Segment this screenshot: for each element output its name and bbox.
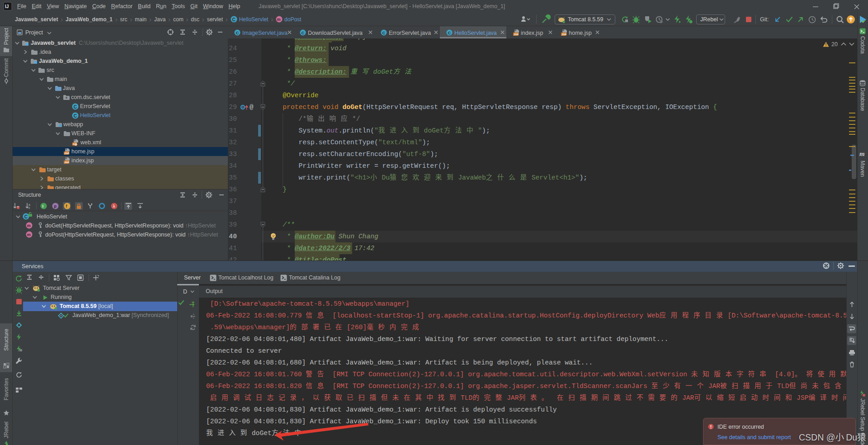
svg-text:m: m: [27, 232, 31, 237]
svg-text:m: m: [277, 17, 281, 22]
svg-text:C: C: [24, 214, 28, 219]
svg-text:z: z: [28, 206, 30, 209]
svg-text:I: I: [42, 204, 44, 208]
svg-text:a: a: [28, 203, 30, 206]
svg-text:m: m: [27, 223, 31, 228]
svg-text:C: C: [236, 30, 239, 35]
svg-text:JSP: JSP: [64, 161, 69, 164]
svg-text:C: C: [448, 30, 451, 35]
svg-text:C: C: [74, 104, 77, 109]
svg-text:C: C: [232, 17, 235, 22]
svg-text:JSP: JSP: [64, 152, 69, 155]
svg-text:λ: λ: [113, 204, 115, 208]
svg-text:<◎: <◎: [73, 142, 78, 146]
svg-text:JSP: JSP: [514, 33, 519, 36]
svg-text:C: C: [302, 30, 305, 35]
svg-text:C: C: [382, 30, 386, 35]
svg-text:JSP: JSP: [561, 33, 566, 36]
svg-text:p: p: [54, 204, 57, 208]
svg-text:C: C: [74, 114, 77, 118]
svg-text:IJ: IJ: [5, 4, 9, 9]
